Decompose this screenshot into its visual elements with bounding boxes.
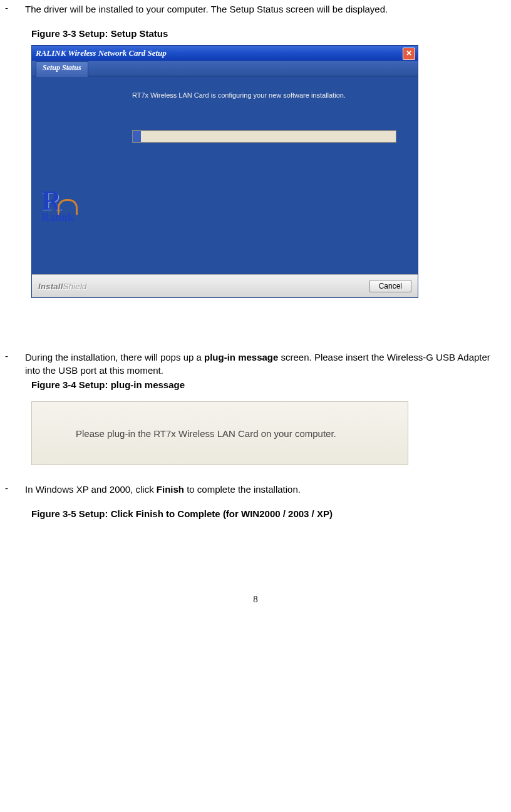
plugin-dialog: Please plug-in the RT7x Wireless LAN Car…	[31, 401, 408, 465]
tab-strip: Setup Status	[32, 61, 418, 76]
window-title: RALINK Wireless Network Card Setup	[36, 48, 167, 58]
bullet-text: The driver will be installed to your com…	[25, 3, 506, 16]
installer-content: RT7x Wireless LAN Card is configuring yo…	[126, 76, 418, 274]
figure-prefix: Figure 3-4	[31, 379, 79, 390]
installshield-bold: Install	[38, 282, 63, 291]
installshield-light: Shield	[63, 282, 87, 291]
installer-window: RALINK Wireless Network Card Setup ✕ Set…	[31, 45, 418, 298]
brand-logo: R Ralink	[41, 187, 116, 224]
figure-caption-3-4: Figure 3-4 Setup: plug-in message	[31, 379, 506, 390]
close-icon[interactable]: ✕	[403, 48, 415, 60]
tab-setup-status[interactable]: Setup Status	[36, 61, 88, 77]
figure-title: Setup: plug-in message	[79, 379, 185, 390]
bullet-item: - During the installation, there will po…	[5, 351, 506, 377]
brand-name: Ralink	[41, 211, 116, 224]
figure-title: Setup: Setup Status	[79, 28, 168, 39]
install-message: RT7x Wireless LAN Card is configuring yo…	[132, 91, 405, 99]
bullet-dash: -	[5, 3, 25, 13]
bullet-text: In Windows XP and 2000, click Finish to …	[25, 483, 506, 496]
figure-caption-3-5: Figure 3-5 Setup: Click Finish to Comple…	[31, 508, 506, 519]
bullet-item: - The driver will be installed to your c…	[5, 3, 506, 16]
progress-bar	[132, 130, 396, 143]
figure-prefix: Figure 3-3	[31, 28, 79, 39]
progress-fill	[133, 131, 141, 142]
footer-bar: InstallShield Cancel	[32, 274, 418, 297]
bullet-item: - In Windows XP and 2000, click Finish t…	[5, 483, 506, 496]
plugin-dialog-text: Please plug-in the RT7x Wireless LAN Car…	[76, 428, 336, 439]
bullet-dash: -	[5, 351, 25, 361]
figure-prefix: Figure 3-5	[31, 508, 79, 519]
brand-panel: R Ralink	[32, 76, 126, 274]
figure-title: Setup: Click Finish to Complete (for WIN…	[79, 508, 333, 519]
installshield-label: InstallShield	[38, 282, 87, 291]
bullet-dash: -	[5, 483, 25, 493]
title-bar[interactable]: RALINK Wireless Network Card Setup ✕	[32, 46, 418, 61]
page-number: 8	[5, 594, 506, 605]
figure-caption-3-3: Figure 3-3 Setup: Setup Status	[31, 28, 506, 39]
bullet-text: During the installation, there will pops…	[25, 351, 506, 377]
cancel-button[interactable]: Cancel	[369, 280, 411, 292]
installer-body: R Ralink RT7x Wireless LAN Card is confi…	[32, 76, 418, 274]
